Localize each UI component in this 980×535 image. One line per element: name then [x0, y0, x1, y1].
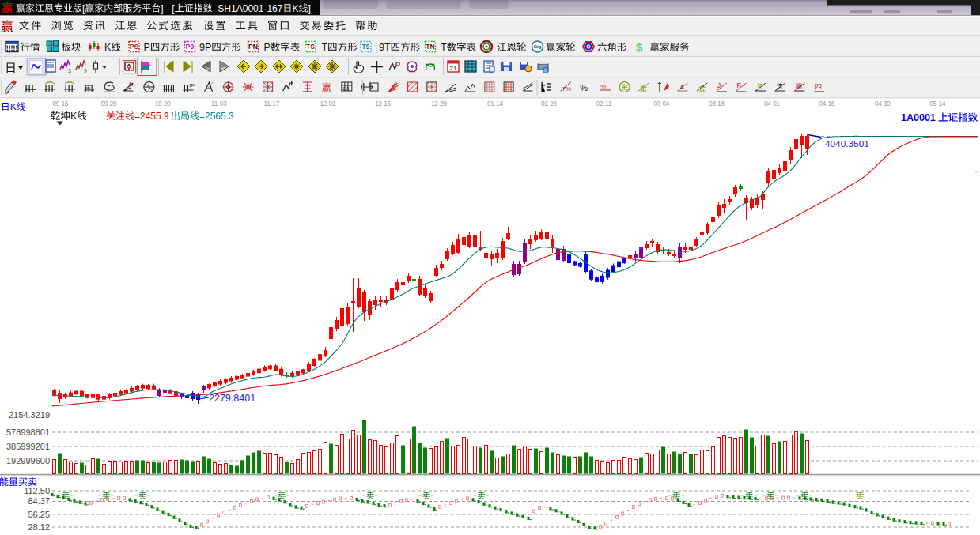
svg-text:192999600: 192999600	[6, 456, 50, 465]
svg-text:4040.3501: 4040.3501	[825, 138, 869, 149]
svg-text:F: F	[737, 81, 742, 89]
svg-text:=2455.9: =2455.9	[134, 111, 169, 122]
svg-text:03-18: 03-18	[709, 100, 725, 107]
svg-text:=2565.3: =2565.3	[199, 111, 234, 122]
svg-text:9P: 9P	[199, 42, 211, 53]
svg-text:]: ]	[308, 3, 310, 14]
svg-text:21: 21	[450, 65, 457, 72]
svg-text:01-14: 01-14	[487, 100, 503, 107]
svg-text:K: K	[70, 111, 78, 122]
svg-text:9: 9	[84, 68, 87, 73]
svg-text:04-16: 04-16	[819, 100, 835, 107]
svg-text:%: %	[580, 83, 588, 92]
svg-text:PN: PN	[248, 43, 258, 51]
svg-text:Big: Big	[534, 44, 542, 49]
svg-text:P: P	[264, 42, 271, 53]
svg-text:123: 123	[342, 86, 350, 91]
svg-text:05-14: 05-14	[930, 100, 946, 107]
svg-text:K: K	[10, 102, 17, 111]
svg-text:11-03: 11-03	[211, 100, 227, 107]
svg-text:12-15: 12-15	[375, 100, 391, 107]
svg-text:TN: TN	[426, 43, 434, 51]
svg-text:03-04: 03-04	[654, 100, 670, 107]
svg-text:9T: 9T	[379, 42, 391, 53]
svg-text:7%: 7%	[562, 85, 572, 92]
svg-text:11-17: 11-17	[264, 100, 280, 107]
svg-text:T: T	[322, 42, 328, 53]
svg-text:12-29: 12-29	[431, 100, 447, 107]
svg-text:PS: PS	[130, 43, 139, 51]
svg-text:SH1A0001-167: SH1A0001-167	[213, 3, 283, 14]
svg-text:P: P	[144, 42, 150, 53]
svg-text:09-15: 09-15	[53, 100, 69, 107]
svg-text:T9: T9	[362, 43, 370, 51]
svg-text:TS: TS	[306, 43, 315, 51]
svg-text:K: K	[292, 3, 298, 14]
svg-text:%: %	[600, 83, 606, 90]
svg-text:1A0001: 1A0001	[901, 112, 936, 123]
svg-text:$: $	[636, 40, 643, 54]
svg-text:P9: P9	[186, 43, 195, 51]
svg-text:A: A	[680, 84, 685, 91]
svg-text:09-29: 09-29	[101, 100, 117, 107]
svg-text:T: T	[441, 42, 447, 53]
svg-text:] - [: ] - [	[161, 3, 175, 14]
svg-text:02-11: 02-11	[596, 100, 612, 107]
svg-text:385999201: 385999201	[6, 442, 50, 451]
svg-text:56.25: 56.25	[28, 510, 50, 519]
svg-text:2154.3219: 2154.3219	[9, 410, 50, 420]
svg-text:04-01: 04-01	[764, 100, 780, 107]
svg-text:J: J	[717, 81, 721, 89]
svg-text:578998801: 578998801	[6, 428, 50, 437]
svg-text:04-30: 04-30	[875, 100, 891, 107]
svg-text:112.50: 112.50	[24, 486, 50, 495]
svg-text:10-20: 10-20	[155, 100, 171, 107]
svg-text:28.12: 28.12	[28, 522, 50, 532]
svg-text:K: K	[104, 42, 112, 53]
svg-text:01-28: 01-28	[541, 100, 557, 107]
svg-text:2279.8401: 2279.8401	[209, 393, 255, 404]
svg-text:n²: n²	[189, 82, 195, 88]
svg-text:84.37: 84.37	[28, 496, 50, 506]
svg-text:12-01: 12-01	[320, 100, 336, 107]
svg-text:3: 3	[68, 68, 71, 73]
